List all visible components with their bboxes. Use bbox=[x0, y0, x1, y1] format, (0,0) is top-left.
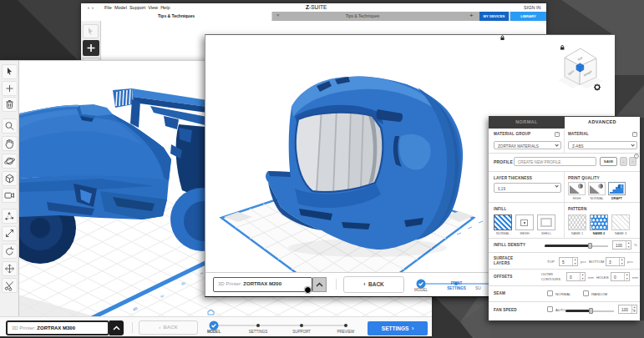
svg-text:40: 40 bbox=[132, 305, 139, 312]
svg-text:70: 70 bbox=[200, 272, 204, 276]
svg-text:50: 50 bbox=[160, 295, 165, 299]
